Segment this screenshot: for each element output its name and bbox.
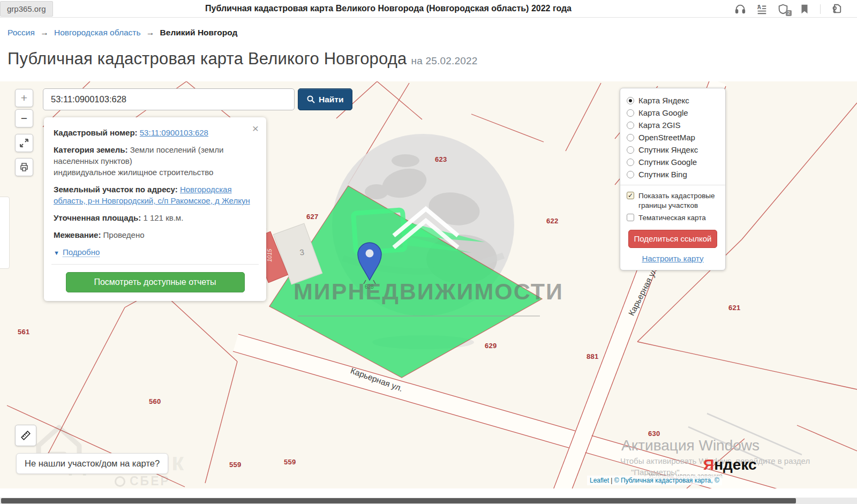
radio-icon[interactable] <box>627 171 634 178</box>
parcel-number-label: 627 <box>306 213 319 221</box>
browser-bar: grp365.org Публичная кадастровая карта В… <box>0 0 857 18</box>
layer-option-label: Спутник Bing <box>638 170 687 179</box>
tracking-shield-icon[interactable]: 2 <box>777 3 789 15</box>
parcel-number-label: 559 <box>284 458 296 466</box>
breadcrumb-separator: → <box>37 28 52 37</box>
layer-option[interactable]: Спутник Bing <box>627 168 719 180</box>
chevron-down-icon: ▼ <box>54 250 59 256</box>
sber-logo-ring <box>115 476 125 487</box>
layer-option-label: Спутник Яндекс <box>638 145 698 154</box>
checkbox-icon[interactable] <box>627 214 634 221</box>
pkk-link[interactable]: © Публичная кадастровая карта, © <box>614 477 719 484</box>
survey-row: Межевание: Проведено <box>54 229 257 240</box>
breadcrumb-region[interactable]: Новгородская область <box>54 28 141 37</box>
toolbar-divider <box>820 4 821 14</box>
layer-option-label: Карта Google <box>638 108 688 117</box>
layer-option-label: OpenStreetMap <box>638 133 695 142</box>
realty-watermark-underline <box>298 315 540 317</box>
yandex-logo: Яндекс <box>703 456 757 473</box>
map-date: на 25.02.2022 <box>411 55 478 66</box>
breadcrumb: Россия → Новгородская область → Великий … <box>7 28 237 37</box>
zoom-out-button[interactable]: − <box>15 109 33 127</box>
expand-icon <box>19 138 29 148</box>
search-icon <box>307 95 315 103</box>
radio-icon[interactable] <box>627 109 634 117</box>
search-input[interactable] <box>43 88 295 110</box>
layer-checkboxes: ✓Показать кадастровые границы участковТе… <box>627 190 719 224</box>
page-title: Публичная кадастровая карта Великого Нов… <box>7 49 478 69</box>
leaflet-link[interactable]: Leaflet <box>590 477 609 484</box>
search-button[interactable]: Найти <box>298 88 352 110</box>
radio-icon[interactable] <box>627 134 634 141</box>
checkbox-icon[interactable]: ✓ <box>627 192 634 199</box>
fullscreen-button[interactable] <box>15 134 33 152</box>
breadcrumb-separator: → <box>143 28 158 37</box>
immersive-reader-icon[interactable]: A <box>756 3 768 15</box>
parcel-number-label: 559 <box>229 461 242 469</box>
layer-option[interactable]: Карта 2GIS <box>627 119 719 131</box>
radio-icon[interactable] <box>627 159 634 166</box>
bookmark-icon[interactable] <box>799 3 810 15</box>
parcel-info-card: × Кадастровый номер: 53:11:0900103:628 К… <box>44 117 266 301</box>
area-row: Уточненная площадь: 1 121 кв.м. <box>54 212 257 223</box>
parcel-number-label: 561 <box>18 328 30 336</box>
horizontal-scrollbar[interactable] <box>0 498 857 504</box>
profile-key-icon[interactable] <box>830 3 842 15</box>
card-divider <box>51 264 259 265</box>
layer-option[interactable]: Карта Google <box>627 107 719 119</box>
view-reports-button[interactable]: Посмотреть доступные отчеты <box>66 272 245 292</box>
radio-icon[interactable] <box>627 122 634 129</box>
configure-map-link[interactable]: Настроить карту <box>627 254 719 263</box>
radio-icon[interactable] <box>627 97 634 104</box>
layer-option[interactable]: Спутник Яндекс <box>627 144 719 156</box>
cadastral-number-link[interactable]: 53:11:0900103:628 <box>140 128 208 137</box>
layer-option-label: Спутник Google <box>638 157 697 167</box>
ruler-icon <box>20 430 32 441</box>
realty-watermark: МИРНЕДВИЖИМОСТИ <box>294 279 563 305</box>
svg-text:A: A <box>757 4 762 10</box>
breadcrumb-russia[interactable]: Россия <box>7 28 35 37</box>
parcel-number-label: 621 <box>728 304 741 312</box>
building-number: 3 <box>299 247 305 257</box>
parcel-number-label: 622 <box>546 217 559 225</box>
radio-icon[interactable] <box>627 146 634 154</box>
zoom-in-button[interactable]: + <box>15 89 33 107</box>
shield-badge-count: 2 <box>786 10 792 16</box>
land-category-row: Категория земель: Земли поселений (земли… <box>54 144 257 178</box>
sber-watermark: СБЕР <box>115 474 170 488</box>
panel-divider <box>620 185 725 185</box>
layer-option-label: Карта 2GIS <box>638 121 681 130</box>
map-attribution: Leaflet | © Публичная кадастровая карта,… <box>587 476 722 485</box>
map-canvas[interactable]: 623627622561560559559629881621630 628 Ка… <box>0 81 857 488</box>
layer-option[interactable]: Карта Яндекс <box>627 94 719 107</box>
site-badge[interactable]: grp365.org <box>0 1 53 17</box>
breadcrumb-city: Великий Новгород <box>160 28 238 37</box>
layer-checkbox-row[interactable]: ✓Показать кадастровые границы участков <box>627 190 719 212</box>
print-button[interactable] <box>15 158 33 176</box>
layer-option[interactable]: Спутник Google <box>627 156 719 168</box>
close-icon[interactable]: × <box>252 123 259 134</box>
scrollbar-thumb[interactable] <box>1 498 796 503</box>
parcel-number-label: 560 <box>149 397 161 405</box>
details-toggle[interactable]: ▼Подробно <box>54 246 257 258</box>
parcel-number-label: 629 <box>485 342 497 350</box>
measure-button[interactable] <box>15 425 36 446</box>
layers-panel: Карта ЯндексКарта GoogleКарта 2GISOpenSt… <box>620 88 726 270</box>
cadastral-map-page: grp365.org Публичная кадастровая карта В… <box>0 0 857 504</box>
headphones-icon[interactable] <box>734 3 746 15</box>
layer-option[interactable]: OpenStreetMap <box>627 131 719 144</box>
layer-options: Карта ЯндексКарта GoogleКарта 2GISOpenSt… <box>627 94 719 180</box>
page-tab-title: Публичная кадастровая карта Великого Нов… <box>161 4 616 13</box>
printer-icon <box>19 162 29 172</box>
checkbox-label: Тематическая карта <box>638 213 706 223</box>
parcel-number-label: 881 <box>587 352 599 360</box>
parcel-number-label: 630 <box>648 430 660 438</box>
not-found-label[interactable]: Не нашли участок/дом на карте? <box>16 453 168 474</box>
search-bar: Найти <box>43 88 352 110</box>
checkbox-label: Показать кадастровые границы участков <box>638 191 719 210</box>
layer-checkbox-row[interactable]: Тематическая карта <box>627 212 719 224</box>
windows-activation-title: Активация Windows <box>621 437 760 454</box>
building-number: 1015 <box>266 249 273 262</box>
address-row: Земельный участок по адресу: Новгородска… <box>54 184 257 206</box>
share-link-button[interactable]: Поделиться ссылкой <box>628 230 717 248</box>
